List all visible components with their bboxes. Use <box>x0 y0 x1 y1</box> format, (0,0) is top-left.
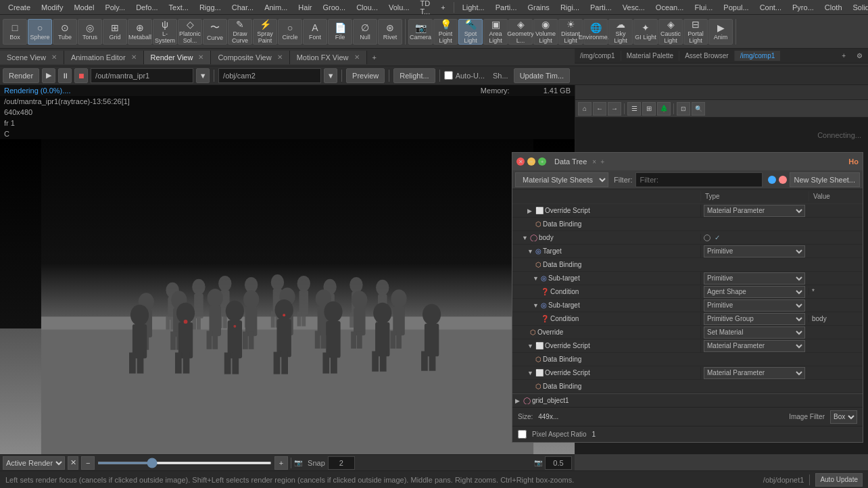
ng-forward-btn[interactable]: → <box>608 102 621 116</box>
expand-arrow-os2[interactable]: ▼ <box>527 343 534 349</box>
tab-motion-fx-close[interactable]: ✕ <box>354 53 360 61</box>
volumelight-tool[interactable]: ◉Volume Light <box>533 19 558 45</box>
menu-plus1[interactable]: + <box>435 2 450 13</box>
right-tab-asset-browser[interactable]: Asset Browser <box>679 51 733 61</box>
dt-style-dropdown[interactable]: Material Style Sheets <box>515 172 608 187</box>
menu-solid[interactable]: Solid <box>848 2 868 13</box>
menu-ocean[interactable]: Ocean... <box>650 2 690 13</box>
anim-tool[interactable]: ▶Anim <box>708 19 733 45</box>
render-cam-input[interactable] <box>218 68 321 83</box>
dt-color-dot-blue[interactable] <box>768 176 776 184</box>
file-tool[interactable]: 📄File <box>328 19 352 45</box>
expand-arrow-body[interactable]: ▼ <box>522 235 529 241</box>
bt-value-input[interactable] <box>545 456 572 470</box>
right-tab-material-palette[interactable]: Material Palette <box>621 51 679 61</box>
menu-defo[interactable]: Defo... <box>130 2 163 13</box>
dt-new-style-sheet-btn[interactable]: New Style Sheet... <box>790 172 861 187</box>
dt-row-condition-1[interactable]: ❓ Condition Agent Shape * <box>512 285 863 299</box>
menu-rigg[interactable]: Rigg... <box>194 2 226 13</box>
tab-render-view-close[interactable]: ✕ <box>198 53 203 61</box>
menu-vesc[interactable]: Vesc... <box>617 2 650 13</box>
tab-scene-view[interactable]: Scene View ✕ <box>0 51 64 64</box>
dt-color-dot-red[interactable] <box>779 176 787 184</box>
expand-arrow-1[interactable]: ▶ <box>527 208 534 214</box>
menu-create[interactable]: Create <box>3 2 36 13</box>
ng-tree-btn[interactable]: 🌲 <box>657 102 671 116</box>
zoom-slider[interactable] <box>97 462 271 464</box>
dt-add-tab[interactable]: + <box>600 158 604 166</box>
sphere-tool[interactable]: ○Sphere <box>28 19 52 45</box>
spray-tool[interactable]: ⚡Spray Paint <box>253 19 277 45</box>
dt-row-grid-object1[interactable]: ▶ ◯ grid_object1 <box>512 394 863 407</box>
snap-value-input[interactable] <box>328 456 355 470</box>
tab-render-view[interactable]: Render View ✕ <box>144 51 212 64</box>
dt-minimize-dot[interactable]: − <box>527 157 535 166</box>
skylight-tool[interactable]: ☁Sky Light <box>608 19 633 45</box>
dt-row-target-1[interactable]: ▼ ◎ Target Primitive <box>512 245 863 258</box>
tab-composite-view[interactable]: Composite View ✕ <box>211 51 289 64</box>
tab-animation-editor[interactable]: Animation Editor ✕ <box>64 51 144 64</box>
menu-modify[interactable]: Modify <box>36 2 68 13</box>
menu-parti2[interactable]: Parti... <box>585 2 617 13</box>
pointlight-tool[interactable]: 💡Point Light <box>433 19 458 45</box>
right-tab-img-path1[interactable]: /img/comp1 <box>575 51 621 61</box>
dt-close-dot[interactable]: ✕ <box>516 157 525 166</box>
ng-grid-btn[interactable]: ⊞ <box>642 102 656 116</box>
menu-flui[interactable]: Flui... <box>689 2 718 13</box>
render-path-input[interactable] <box>91 68 193 83</box>
dt-row-data-binding-2[interactable]: ⬡ Data Binding <box>512 258 863 272</box>
render-path-browse[interactable]: ▼ <box>196 68 210 83</box>
box-tool[interactable]: □Box <box>3 19 27 45</box>
autoupdate-checkbox[interactable] <box>444 71 453 80</box>
menu-char[interactable]: Char... <box>226 2 259 13</box>
dt-row-data-binding-1[interactable]: ⬡ Data Binding <box>512 218 863 231</box>
type-select-override-script-2[interactable]: Material Parameter <box>704 340 805 352</box>
circle-tool[interactable]: ○Circle <box>278 19 302 45</box>
menu-rigi[interactable]: Rigi... <box>555 2 585 13</box>
type-select-condition-2[interactable]: Primitive Group <box>704 313 805 325</box>
type-select-sub-target-1[interactable]: Primitive <box>704 272 805 285</box>
close-active-render-btn[interactable]: ✕ <box>68 456 78 470</box>
lsystem-tool[interactable]: ψL-System <box>153 19 177 45</box>
dt-row-body[interactable]: ▼ ◯ body ✓ <box>512 231 863 245</box>
null-tool[interactable]: ∅Null <box>353 19 377 45</box>
ng-zoom-fit[interactable]: ⊡ <box>677 102 690 116</box>
dt-maximize-dot[interactable]: + <box>538 157 546 166</box>
menu-volu[interactable]: Volu... <box>383 2 415 13</box>
render-button[interactable]: Render <box>3 68 39 83</box>
dt-row-data-binding-4[interactable]: ⬡ Data Binding <box>512 380 863 393</box>
menu-poly[interactable]: Poly... <box>99 2 130 13</box>
menu-text[interactable]: Text... <box>164 2 194 13</box>
dt-row-override-script-3[interactable]: ▼ ⬜ Override Script Material Parameter <box>512 366 863 380</box>
ng-home-btn[interactable]: ⌂ <box>578 102 592 116</box>
drawcurve-tool[interactable]: ✎Draw Curve <box>228 19 252 45</box>
font-tool[interactable]: AFont <box>303 19 327 45</box>
ng-back-btn[interactable]: ← <box>593 102 606 116</box>
right-tab-img-path2[interactable]: /img/comp1 <box>734 51 781 61</box>
ng-zoom-in[interactable]: 🔍 <box>692 102 705 116</box>
dt-filter-input[interactable] <box>635 172 763 187</box>
dt-row-override-script-2[interactable]: ▼ ⬜ Override Script Material Parameter <box>512 339 863 353</box>
update-button[interactable]: Update Tim... <box>514 68 570 83</box>
menu-tdt[interactable]: TD T... <box>415 0 436 17</box>
dt-row-condition-2[interactable]: ❓ Condition Primitive Group body <box>512 312 863 326</box>
arealight-tool[interactable]: ▣Area Light <box>483 19 508 45</box>
menu-groo[interactable]: Groo... <box>318 2 352 13</box>
grid-tool[interactable]: ⊞Grid <box>103 19 127 45</box>
expand-arrow-grid[interactable]: ▶ <box>515 397 522 404</box>
dt-row-override-script-1[interactable]: ▶ ⬜ Override Script Material Parameter <box>512 204 863 218</box>
platonic-tool[interactable]: ◇Platonic Sol... <box>178 19 202 45</box>
tab-composite-view-close[interactable]: ✕ <box>277 53 283 61</box>
render-canvas[interactable]: + <box>0 139 575 454</box>
dt-row-sub-target-1[interactable]: ▼ ◎ Sub-target Primitive <box>512 272 863 285</box>
dt-row-override-1[interactable]: ⬡ Override Set Material <box>512 326 863 339</box>
causticlight-tool[interactable]: ◈Caustic Light <box>658 19 683 45</box>
render-stop-button[interactable]: ⏹ <box>74 68 88 83</box>
expand-arrow-st2[interactable]: ▼ <box>533 302 539 309</box>
menu-clou[interactable]: Clou... <box>351 2 383 13</box>
menu-model[interactable]: Model <box>68 2 99 13</box>
render-pause-button[interactable]: ⏸ <box>58 68 72 83</box>
gilight-tool[interactable]: ✦GI Light <box>633 19 658 45</box>
dt-row-data-binding-3[interactable]: ⬡ Data Binding <box>512 353 863 366</box>
menu-parti[interactable]: Parti... <box>490 2 523 13</box>
